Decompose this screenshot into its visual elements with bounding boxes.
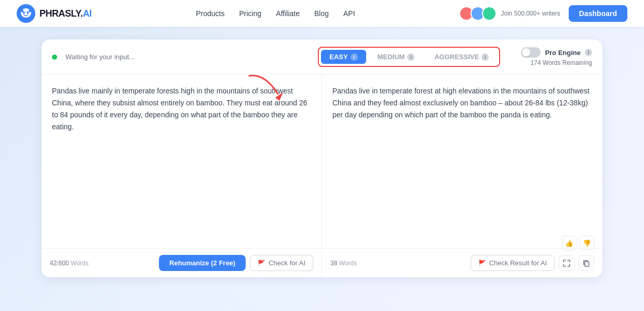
svg-point-1 <box>21 8 31 18</box>
join-text: Join 500,000+ writers <box>501 10 560 17</box>
pro-engine-info-icon: i <box>585 49 592 56</box>
left-panel: Pandas live mainly in temperate forests … <box>42 75 322 277</box>
toggle-knob <box>522 48 530 57</box>
logo-icon <box>17 4 35 23</box>
right-word-count: 38 Words <box>330 260 357 267</box>
rehumanize-button[interactable]: Rehumanize (2 Free) <box>159 255 246 271</box>
mode-easy-label: EASY <box>329 53 347 61</box>
nav-affiliate[interactable]: Affiliate <box>276 9 300 18</box>
check-result-label: Check Result for AI <box>489 259 547 267</box>
right-panel: Pandas live in temperate forest at high … <box>322 75 602 277</box>
copy-icon <box>583 260 590 267</box>
expand-icon <box>563 260 570 267</box>
mode-aggressive-info-icon: i <box>481 53 489 61</box>
pro-engine-section: Pro Engine i 174 Words Remaining <box>521 47 592 66</box>
pro-engine-row: Pro Engine i <box>521 47 592 58</box>
tool-card: Waiting for your input... EASY i MEDIUM … <box>42 39 602 277</box>
avatar <box>482 6 497 21</box>
left-panel-footer: 42/800 Words Rehumanize (2 Free) 🚩 Check… <box>42 248 321 277</box>
svg-point-3 <box>27 11 30 14</box>
nav-right: Join 500,000+ writers Dashboard <box>459 5 627 22</box>
copy-button[interactable] <box>579 255 594 271</box>
nav-products[interactable]: Products <box>196 9 224 18</box>
dashboard-button[interactable]: Dashboard <box>569 5 627 22</box>
nav-blog[interactable]: Blog <box>314 9 329 18</box>
check-ai-label: Check for AI <box>269 259 305 267</box>
svg-point-5 <box>28 11 29 12</box>
flag-result-icon: 🚩 <box>478 260 486 267</box>
svg-rect-9 <box>585 262 589 266</box>
main-content: Waiting for your input... EASY i MEDIUM … <box>0 27 644 290</box>
red-arrow <box>244 71 286 104</box>
right-footer-actions: 🚩 Check Result for AI <box>471 255 594 271</box>
navbar: PHRASLY.AI Products Pricing Affiliate Bl… <box>0 0 644 27</box>
mode-medium-info-icon: i <box>407 53 414 61</box>
check-result-button[interactable]: 🚩 Check Result for AI <box>471 255 555 271</box>
check-ai-button[interactable]: 🚩 Check for AI <box>250 255 313 271</box>
user-avatars: Join 500,000+ writers <box>459 6 560 21</box>
left-word-count: 42/800 Words <box>50 260 89 267</box>
expand-button[interactable] <box>559 255 574 271</box>
nav-api[interactable]: API <box>343 9 355 18</box>
words-remaining: 174 Words Remaining <box>530 59 592 66</box>
mode-easy-button[interactable]: EASY i <box>321 50 366 64</box>
mode-aggressive-button[interactable]: AGGRESSIVE i <box>426 50 497 64</box>
nav-pricing[interactable]: Pricing <box>239 9 262 18</box>
mode-aggressive-label: AGGRESSIVE <box>434 53 479 61</box>
toolbar: Waiting for your input... EASY i MEDIUM … <box>42 39 602 75</box>
mode-selector: EASY i MEDIUM i AGGRESSIVE i <box>318 47 500 67</box>
nav-links: Products Pricing Affiliate Blog API <box>196 9 355 18</box>
pro-engine-toggle[interactable] <box>521 47 541 58</box>
flag-icon: 🚩 <box>258 260 265 267</box>
pro-engine-label: Pro Engine <box>545 49 581 57</box>
logo-text: PHRASLY.AI <box>39 8 91 19</box>
panels: Pandas live mainly in temperate forests … <box>42 75 602 277</box>
status-text: Waiting for your input... <box>65 53 135 61</box>
logo[interactable]: PHRASLY.AI <box>17 4 91 23</box>
mode-easy-info-icon: i <box>351 53 358 61</box>
mode-medium-label: MEDIUM <box>378 53 405 61</box>
svg-point-4 <box>24 11 25 12</box>
right-panel-text: Pandas live in temperate forest at high … <box>332 85 592 121</box>
svg-marker-8 <box>275 92 283 101</box>
mode-medium-button[interactable]: MEDIUM i <box>369 50 423 64</box>
svg-point-2 <box>23 11 25 14</box>
status-dot <box>52 55 57 60</box>
right-panel-footer: 38 Words 🚩 Check Result for AI <box>322 248 602 277</box>
